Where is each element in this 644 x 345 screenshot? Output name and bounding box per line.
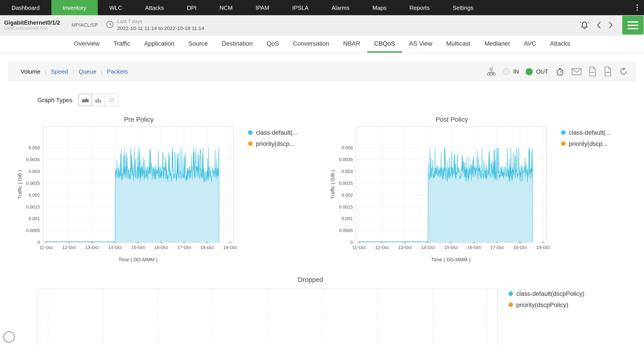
export-pdf-icon[interactable]: PDF (588, 67, 597, 77)
svg-text:17-Oct: 17-Oct (490, 245, 504, 250)
view-tabs: OverviewTrafficApplicationSourceDestinat… (0, 35, 644, 53)
graph-type-scatter-button[interactable] (105, 94, 118, 106)
hamburger-menu-button[interactable] (622, 16, 644, 35)
tab-conversation[interactable]: Conversation (286, 35, 336, 53)
refresh-icon[interactable] (619, 67, 628, 76)
nav-item-ipam[interactable]: IPAM (244, 0, 281, 15)
tab-avc[interactable]: AVC (517, 35, 543, 53)
tab-multicast[interactable]: Multicast (439, 35, 478, 53)
nav-item-attacks[interactable]: Attacks (134, 0, 175, 15)
legend-label: priority(dscp... (569, 140, 608, 147)
svg-text:0.0035: 0.0035 (26, 157, 40, 162)
area-chart-icon (81, 97, 89, 103)
tab-application[interactable]: Application (137, 35, 181, 53)
post-policy-chart[interactable]: 11-Oct12-Oct13-Oct14-Oct15-Oct16-Oct17-O… (330, 124, 551, 264)
nav-item-alarms[interactable]: Alarms (320, 0, 361, 15)
metric-speed[interactable]: Speed (46, 68, 72, 75)
svg-text:16-Oct: 16-Oct (154, 245, 168, 250)
bar-chart-icon (95, 97, 102, 103)
charts-row: Pre Policy 11-Oct12-Oct13-Oct14-Oct15-Oc… (0, 116, 644, 264)
tab-as-view[interactable]: AS View (402, 35, 439, 53)
legend-item[interactable]: class-default(dscpPolicy) (508, 290, 584, 297)
svg-text:0: 0 (350, 240, 353, 245)
metric-volume[interactable]: Volume (16, 68, 45, 75)
tab-nbar[interactable]: NBAR (336, 35, 367, 53)
graph-type-area-button[interactable] (78, 94, 92, 106)
post-policy-chart-block: Post Policy 11-Oct12-Oct13-Oct14-Oct15-O… (322, 116, 644, 264)
tab-source[interactable]: Source (181, 35, 215, 53)
legend-item[interactable]: class-default(... (248, 129, 298, 136)
chart-title-dropped: Dropped (0, 276, 621, 283)
svg-text:0.0005: 0.0005 (26, 228, 40, 233)
email-icon[interactable] (572, 68, 582, 75)
nav-item-ncm[interactable]: NCM (208, 0, 244, 15)
stopwatch-icon[interactable] (555, 67, 564, 76)
tab-traffic[interactable]: Traffic (106, 35, 137, 53)
nav-item-ipsla[interactable]: IPSLA (281, 0, 320, 15)
svg-text:12-Oct: 12-Oct (62, 245, 76, 250)
svg-text:Time ( DD-MMM ): Time ( DD-MMM ) (431, 257, 470, 262)
svg-text:14-Oct: 14-Oct (421, 245, 435, 250)
in-radio[interactable] (503, 68, 510, 75)
svg-text:19-Oct: 19-Oct (536, 245, 550, 250)
svg-text:14-Oct: 14-Oct (108, 245, 122, 250)
legend-item[interactable]: priority(dscp... (248, 140, 298, 147)
svg-text:17-Oct: 17-Oct (177, 245, 191, 250)
svg-text:0.001: 0.001 (342, 216, 353, 221)
alarm-bell-icon[interactable] (579, 20, 590, 30)
nav-item-wlc[interactable]: WLC (98, 0, 134, 15)
interface-subtitle: DataCenterIpW4Bt-ASA (4, 26, 60, 31)
svg-text:Time ( DD-MMM ): Time ( DD-MMM ) (118, 257, 158, 262)
chart-title-pre-policy: Pre Policy (16, 116, 238, 123)
svg-text:13-Oct: 13-Oct (85, 245, 99, 250)
export-csv-icon[interactable]: CSV (604, 67, 612, 77)
tab-destination[interactable]: Destination (215, 35, 260, 53)
nav-item-maps[interactable]: Maps (361, 0, 398, 15)
tab-medianet[interactable]: Medianet (478, 35, 517, 53)
svg-text:18-Oct: 18-Oct (200, 245, 214, 250)
svg-text:0.0025: 0.0025 (26, 181, 40, 186)
tab-overview[interactable]: Overview (67, 35, 106, 53)
legend-label: class-default(dscpPolicy) (516, 290, 584, 297)
interface-name: GigabitEthernet0/1/2 (4, 19, 60, 26)
tab-qos[interactable]: QoS (260, 35, 286, 53)
chevron-left-icon[interactable] (597, 22, 601, 29)
toolbar-actions: IN OUT PDF (487, 67, 628, 77)
svg-text:0.0025: 0.0025 (339, 181, 353, 186)
in-label: IN (513, 68, 519, 75)
overflow-menu-icon[interactable] (630, 0, 644, 15)
graph-type-bar-button[interactable] (92, 94, 105, 106)
svg-text:18-Oct: 18-Oct (513, 245, 527, 250)
period-label: Last 7 days (117, 19, 204, 25)
tab-cbqos[interactable]: CBQoS (367, 35, 402, 53)
time-period[interactable]: Last 7 days 2022-10-11 11:14 to 2022-10-… (106, 19, 204, 32)
metric-packets[interactable]: Packets (102, 68, 132, 75)
metric-queue[interactable]: Queue (74, 68, 101, 75)
nav-item-dashboard[interactable]: Dashboard (0, 0, 51, 15)
graph-types: Graph Types (37, 94, 644, 106)
legend-dot-icon (508, 302, 513, 307)
svg-text:0.003: 0.003 (28, 169, 40, 174)
out-radio[interactable] (526, 68, 533, 75)
dropped-legend: class-default(dscpPolicy)priority(dscpPo… (508, 290, 584, 312)
chevron-right-icon[interactable] (608, 22, 613, 29)
nav-item-settings[interactable]: Settings (441, 0, 485, 15)
nav-item-inventory[interactable]: Inventory (51, 0, 98, 15)
nav-item-reports[interactable]: Reports (398, 0, 441, 15)
svg-text:PDF: PDF (590, 71, 595, 74)
post-policy-legend: class-default(...priority(dscp... (561, 129, 611, 151)
hierarchy-icon[interactable] (487, 67, 496, 76)
svg-text:16-Oct: 16-Oct (467, 245, 481, 250)
svg-text:15-Oct: 15-Oct (444, 245, 458, 250)
legend-dot-icon (248, 141, 252, 146)
legend-item[interactable]: class-default(... (561, 129, 611, 136)
legend-item[interactable]: priority(dscp... (561, 140, 611, 147)
legend-item[interactable]: priority(dscpPolicy) (508, 301, 584, 308)
period-text: Last 7 days 2022-10-11 11:14 to 2022-10-… (117, 19, 204, 32)
dropped-chart[interactable] (38, 288, 498, 345)
nav-item-dpi[interactable]: DPI (176, 0, 208, 15)
floating-action-icon[interactable] (3, 331, 15, 342)
pre-policy-chart[interactable]: 11-Oct12-Oct13-Oct14-Oct15-Oct16-Oct17-O… (16, 124, 238, 264)
svg-text:19-Oct: 19-Oct (223, 245, 237, 250)
tab-attacks[interactable]: Attacks (543, 35, 577, 53)
